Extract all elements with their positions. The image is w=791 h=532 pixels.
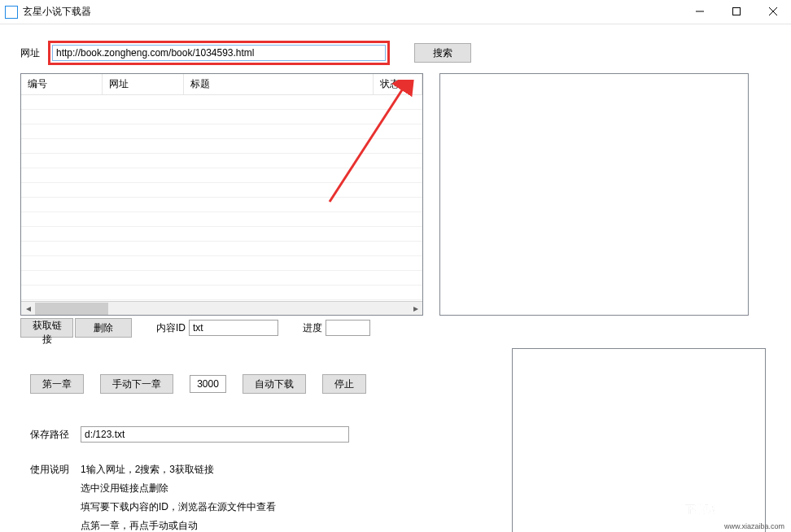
table-row <box>21 242 422 256</box>
scroll-thumb[interactable] <box>35 303 108 315</box>
scroll-left-icon[interactable]: ◂ <box>21 302 35 316</box>
content-id-input[interactable] <box>189 320 278 336</box>
table-row <box>21 124 422 139</box>
save-path-label: 保存路径 <box>30 428 69 442</box>
chapters-table[interactable]: 编号 网址 标题 状态 <box>21 74 422 95</box>
progress-input[interactable] <box>326 320 370 336</box>
table-row <box>21 286 422 300</box>
help-line: 填写要下载内容的ID，浏览器在源文件中查看 <box>81 500 276 514</box>
table-row <box>21 139 422 154</box>
window-title: 玄星小说下载器 <box>23 5 681 19</box>
content-id-label: 内容ID <box>156 321 186 335</box>
table-row <box>21 212 422 227</box>
stop-button[interactable]: 停止 <box>322 374 366 394</box>
auto-download-button[interactable]: 自动下载 <box>243 374 306 394</box>
titlebar: 玄星小说下载器 <box>0 0 791 24</box>
table-row <box>21 154 422 168</box>
manual-next-button[interactable]: 手动下一章 <box>100 374 173 394</box>
scroll-right-icon[interactable]: ▸ <box>409 302 422 316</box>
url-row: 网址 搜索 <box>20 41 771 65</box>
url-input-highlight <box>48 41 390 65</box>
preview-panel-top <box>439 73 749 316</box>
col-id[interactable]: 编号 <box>21 74 103 95</box>
preview-panel-bottom <box>512 348 766 532</box>
table-row <box>21 183 422 198</box>
search-button[interactable]: 搜索 <box>414 43 471 63</box>
content-area: 网址 搜索 编号 网址 标题 状态 <box>0 24 791 532</box>
first-chapter-button[interactable]: 第一章 <box>30 374 84 394</box>
help-lines: 1输入网址，2搜索，3获取链接 选中没用链接点删除 填写要下载内容的ID，浏览器… <box>81 463 276 532</box>
table-row <box>21 110 422 124</box>
save-path-input[interactable] <box>81 426 349 443</box>
url-input[interactable] <box>52 45 386 61</box>
delete-button[interactable]: 删除 <box>75 318 132 338</box>
table-row <box>21 168 422 183</box>
app-icon <box>5 6 18 19</box>
col-title[interactable]: 标题 <box>183 74 374 95</box>
table-area: 编号 网址 标题 状态 <box>20 73 423 338</box>
table-row <box>21 271 422 286</box>
col-status[interactable]: 状态 <box>374 74 422 95</box>
help-label: 使用说明 <box>30 463 69 532</box>
mid-row: 编号 网址 标题 状态 <box>20 73 771 338</box>
col-url[interactable]: 网址 <box>103 74 184 95</box>
help-line: 1输入网址，2搜索，3获取链接 <box>81 463 276 477</box>
svg-rect-1 <box>732 8 740 15</box>
progress-label: 进度 <box>303 321 322 335</box>
url-label: 网址 <box>20 46 45 60</box>
get-links-button[interactable]: 获取链接 <box>20 318 73 338</box>
maximize-button[interactable] <box>718 0 754 23</box>
table-row <box>21 198 422 212</box>
window-controls <box>681 0 791 24</box>
help-line: 点第一章，再点手动或自动 <box>81 519 276 532</box>
table-row <box>21 95 422 110</box>
interval-input[interactable] <box>190 375 226 393</box>
table-row <box>21 256 422 271</box>
close-button[interactable] <box>754 0 791 23</box>
horizontal-scrollbar[interactable]: ◂ ▸ <box>21 301 422 315</box>
help-line: 选中没用链接点删除 <box>81 482 276 495</box>
table-wrap: 编号 网址 标题 状态 <box>20 73 423 316</box>
table-row <box>21 227 422 242</box>
table-body <box>21 95 422 305</box>
controls-row: 获取链接 删除 内容ID 进度 <box>20 318 423 338</box>
minimize-button[interactable] <box>681 0 718 23</box>
